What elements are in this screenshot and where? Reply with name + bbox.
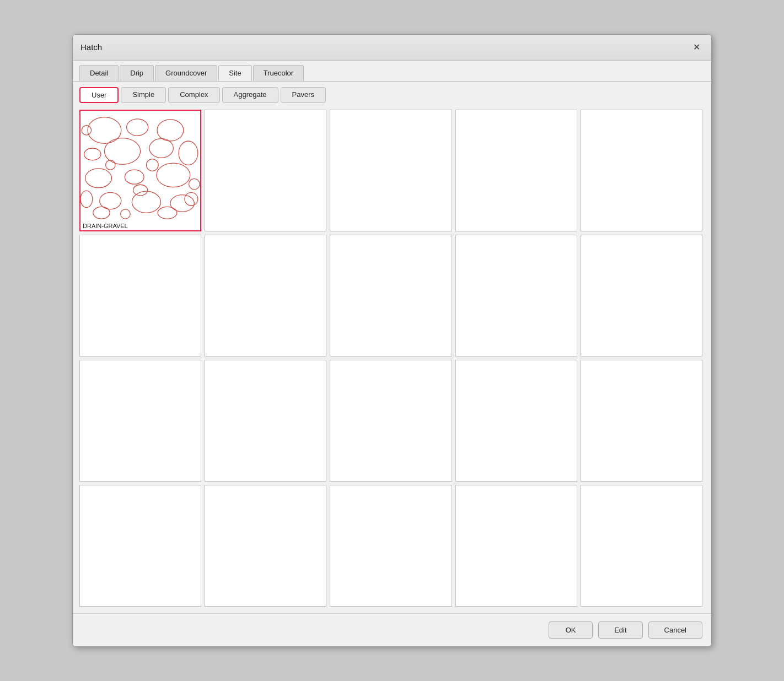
- tab-truecolor[interactable]: Truecolor: [253, 65, 304, 81]
- hatch-cell-7[interactable]: [330, 235, 452, 356]
- hatch-cell-0[interactable]: DRAIN-GRAVEL: [79, 110, 201, 231]
- hatch-cell-8[interactable]: [455, 235, 577, 356]
- hatch-cell-image-1: [205, 110, 326, 231]
- svg-rect-0: [80, 112, 200, 219]
- sub-tab-bar: User Simple Complex Aggregate Pavers: [73, 82, 711, 103]
- hatch-cell-10[interactable]: [79, 360, 201, 482]
- hatch-cell-image-0: [80, 111, 200, 221]
- close-button[interactable]: ✕: [689, 40, 704, 55]
- hatch-cell-3[interactable]: [455, 110, 577, 231]
- hatch-label-0: DRAIN-GRAVEL: [80, 221, 200, 230]
- hatch-cell-15[interactable]: [79, 485, 201, 607]
- hatch-cell-12[interactable]: [330, 360, 452, 482]
- hatch-grid: DRAIN-GRAVEL: [79, 110, 705, 607]
- hatch-cell-9[interactable]: [581, 235, 702, 356]
- hatch-dialog: Hatch ✕ Detail Drip Groundcover Site Tru…: [72, 34, 712, 647]
- subtab-aggregate[interactable]: Aggregate: [222, 87, 278, 103]
- tab-groundcover[interactable]: Groundcover: [155, 65, 217, 81]
- tab-site[interactable]: Site: [218, 65, 251, 81]
- edit-button[interactable]: Edit: [598, 621, 642, 639]
- subtab-simple[interactable]: Simple: [121, 87, 166, 103]
- hatch-cell-6[interactable]: [205, 235, 326, 356]
- top-tab-bar: Detail Drip Groundcover Site Truecolor: [73, 61, 711, 82]
- tab-detail[interactable]: Detail: [79, 65, 119, 81]
- hatch-cell-4[interactable]: [581, 110, 702, 231]
- grid-scroll[interactable]: DRAIN-GRAVEL: [79, 110, 705, 607]
- hatch-cell-19[interactable]: [581, 485, 702, 607]
- hatch-cell-18[interactable]: [455, 485, 577, 607]
- tab-drip[interactable]: Drip: [120, 65, 154, 81]
- dialog-footer: OK Edit Cancel: [73, 613, 711, 646]
- hatch-cell-image-3: [456, 110, 577, 231]
- content-area: DRAIN-GRAVEL: [73, 103, 711, 614]
- subtab-pavers[interactable]: Pavers: [281, 87, 326, 103]
- subtab-user[interactable]: User: [79, 87, 119, 103]
- hatch-cell-image-2: [330, 110, 451, 231]
- hatch-cell-16[interactable]: [205, 485, 326, 607]
- hatch-cell-14[interactable]: [581, 360, 702, 482]
- hatch-cell-image-4: [581, 110, 702, 231]
- hatch-cell-17[interactable]: [330, 485, 452, 607]
- ok-button[interactable]: OK: [549, 621, 593, 639]
- hatch-cell-2[interactable]: [330, 110, 452, 231]
- title-bar: Hatch ✕: [73, 35, 711, 61]
- cancel-button[interactable]: Cancel: [648, 621, 702, 639]
- hatch-cell-11[interactable]: [205, 360, 326, 482]
- hatch-cell-13[interactable]: [455, 360, 577, 482]
- dialog-title: Hatch: [80, 42, 102, 52]
- subtab-complex[interactable]: Complex: [168, 87, 219, 103]
- hatch-cell-1[interactable]: [205, 110, 326, 231]
- hatch-cell-5[interactable]: [79, 235, 201, 356]
